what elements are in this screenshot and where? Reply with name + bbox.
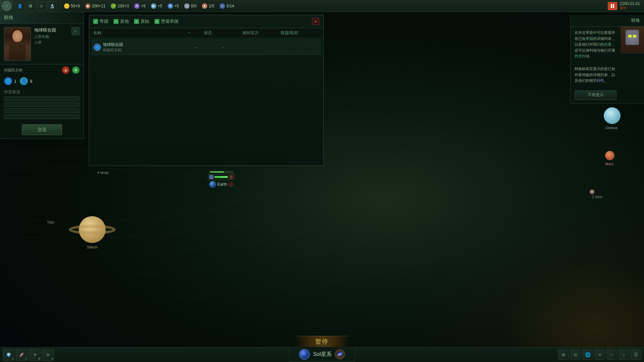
titan-label: Titan [47, 221, 54, 224]
panel-title: 联络 [0, 12, 84, 24]
tech-value: +5 [174, 4, 179, 8]
earth-indicator[interactable]: ✕ Earth ! [208, 171, 235, 188]
topbar-civics-btn[interactable]: 🏛 [25, 1, 36, 11]
robot-head [626, 30, 639, 45]
no-show-button[interactable]: 不再显示 [575, 90, 616, 100]
diplo-bar-3 [4, 108, 79, 113]
tab-other-checkbox: ✓ [114, 19, 118, 24]
queue-item-3[interactable]: ❄ 3 [29, 349, 41, 361]
topbar-divider [60, 2, 60, 10]
combat-icon: ✕ [229, 175, 233, 179]
highlight-attitude: 态度 [604, 42, 611, 46]
diplo-bar-4 [4, 114, 79, 119]
minimap-btn-target[interactable]: ⊕ [558, 349, 569, 360]
queue-num-2: 2 [25, 357, 27, 360]
tab-primitive[interactable]: ✓ 原始 [134, 18, 149, 24]
tab-empire[interactable]: ✓ 帝国 [93, 18, 108, 24]
empire-row-status: - [204, 45, 243, 50]
queue-item-4[interactable]: ⚙ 4 [42, 349, 54, 361]
resource-energy: ⚡ 50+9 [61, 3, 83, 9]
pop-stat-icon: 👤 [20, 77, 28, 85]
topbar-icon-group: 👤 🏛 ⚔ 🔬 [13, 1, 58, 11]
system-bar: Sol星系 🌌 [288, 347, 355, 362]
empire-row-names: 地球联合国 间接民主制 [103, 42, 123, 53]
uranus-label: Uranus [603, 126, 620, 130]
portrait-head [12, 30, 22, 42]
influence-value: +5 [141, 4, 146, 8]
empire-badge [2, 1, 11, 11]
table-header: 名称 ↔ 状态 相对实力 联盟/联邦 [89, 28, 323, 38]
galaxy-icon[interactable]: 🌌 [335, 349, 345, 359]
planet-stat-icon: 🌐 [4, 77, 12, 85]
left-diplomacy-panel: 联络 地球联合国 人型生物 人类 🏳 间接民主制 ▲ ✿ [0, 12, 84, 139]
diplo-bars-container [0, 96, 84, 119]
col-name: 名称 [93, 30, 187, 36]
tab-fallen-label: 堕落帝国 [161, 18, 178, 24]
tab-other-label: 其他 [120, 18, 129, 24]
ethics-fanatic-icon: ✿ [72, 66, 79, 74]
minimap-btn-h[interactable]: ↔ [606, 349, 617, 360]
earth-progress-bar [210, 171, 233, 173]
empire-portrait[interactable] [4, 27, 31, 61]
queue-num-1: 1 [12, 357, 14, 360]
tab-primitive-label: 原始 [141, 18, 149, 24]
topbar-tech-btn[interactable]: 🔬 [47, 1, 57, 11]
earth-ship-bar: ✕ [208, 174, 235, 180]
minimap-btn-menu[interactable]: ☰ [631, 349, 641, 360]
saturn-area[interactable]: Saturn [79, 216, 106, 243]
diplomacy-dialog: ✓ 帝国 ✓ 其他 ✓ 原始 ✓ 堕落帝国 × 名称 ↔ 状态 相对实力 联盟/… [89, 15, 324, 166]
minimap-btn-map[interactable]: 🌐 [582, 349, 593, 360]
dialog-close-button[interactable]: × [312, 18, 319, 25]
paused-banner: 暂停 [295, 336, 349, 347]
empire-ethics-row: 间接民主制 ▲ ✿ [0, 64, 84, 76]
queue-item-2[interactable]: 🚀 2 [16, 349, 28, 361]
right-panel-body: 在外交界面中可以查看所有已知帝国的详细列表，以及他们对我们的态度，还可以便利地与… [571, 26, 621, 63]
minimap-btn-circle[interactable]: ◎ [570, 349, 581, 360]
resource-alloys: ⬡ 0/0 [181, 3, 199, 9]
table-row[interactable]: 🌐 地球联合国 间接民主制 → - [92, 40, 321, 55]
food-icon: 🌾 [111, 3, 116, 9]
empire-cell: 🌐 地球联合国 间接民主制 [94, 42, 187, 53]
queue-num-3: 3 [38, 357, 40, 360]
col-status: 状态 [204, 30, 243, 36]
empire-row-arrow: → [187, 45, 204, 50]
queue-items: 🌍 1 🚀 2 ❄ 3 ⚙ 4 [0, 349, 57, 361]
system-indicator: 暂停 Sol星系 🌌 [288, 336, 355, 362]
juno-planet[interactable] [590, 189, 594, 194]
mars-label: Mars [603, 162, 616, 166]
mars-planet[interactable] [605, 151, 614, 160]
top-bar: 👤 🏛 ⚔ 🔬 ⚡ 50+9 ◆ 200+11 🌾 100+3 ✦ +5 ☯ +… [0, 0, 644, 12]
date-display: 2200.01.01 暂停 [620, 1, 640, 11]
bottom-right-buttons: ⊕ ◎ 🌐 ≡ ↔ ↕ ☰ [555, 347, 644, 362]
tab-fallen[interactable]: ✓ 堕落帝国 [155, 18, 178, 24]
date-text: 2200.01.01 [620, 1, 640, 6]
minimap-btn-filter[interactable]: ≡ [594, 349, 605, 360]
minimap-btn-v[interactable]: ↕ [619, 349, 629, 360]
empire-row-name: 地球联合国 [103, 42, 123, 48]
robot-eye-left [628, 35, 632, 38]
diplo-bar-2 [4, 102, 79, 107]
resource-consumer: ● 1/5 [199, 3, 217, 9]
exchange-button[interactable]: 交流 [22, 124, 62, 135]
pause-button[interactable] [608, 2, 617, 10]
energy-value: 50+9 [71, 4, 80, 8]
queue-item-1[interactable]: 🌍 1 [3, 349, 15, 361]
col-alliance: 联盟/联邦 [281, 30, 319, 36]
ship-icon [209, 175, 213, 179]
influence-icon: ✦ [134, 3, 140, 9]
system-globe-icon[interactable] [299, 349, 310, 360]
right-info-panel: 联络 在外交界面中可以查看所有已知帝国的详细列表，以及他们对我们的态度，还可以便… [570, 15, 644, 104]
pause-bar-left [611, 4, 612, 8]
consumer-value: 1/5 [209, 4, 214, 8]
diplo-status-header: 外交状况 [0, 86, 84, 96]
saturn-label: Saturn [87, 245, 98, 249]
uranus-planet[interactable] [604, 107, 621, 124]
minerals-value: 200+11 [92, 4, 105, 8]
empire-icon-button[interactable] [0, 0, 13, 12]
consumer-icon: ● [202, 3, 207, 9]
tab-other[interactable]: ✓ 其他 [114, 18, 129, 24]
resource-minerals: ◆ 200+11 [83, 3, 108, 9]
topbar-military-btn[interactable]: ⚔ [36, 1, 46, 11]
topbar-portrait-btn[interactable]: 👤 [15, 1, 25, 11]
empire-flag-button[interactable]: 🏳 [71, 27, 79, 35]
